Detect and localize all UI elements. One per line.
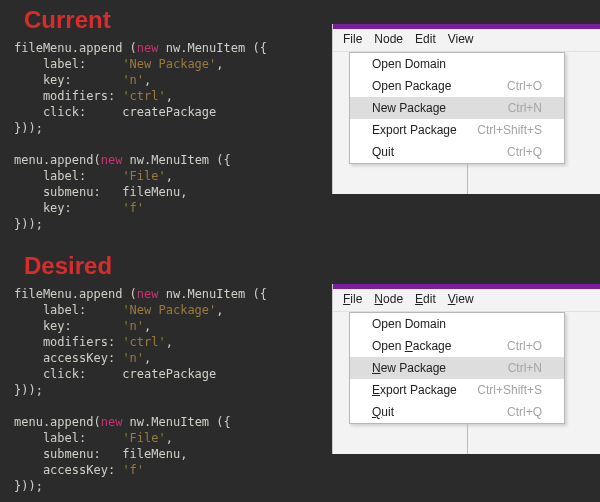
menu-item-export-package[interactable]: Export PackageCtrl+Shift+S (350, 119, 564, 141)
menubar: File Node Edit View (333, 29, 600, 52)
menu-item-quit[interactable]: QuitCtrl+Q (350, 401, 564, 423)
menu-item-new-package[interactable]: New PackageCtrl+N (350, 97, 564, 119)
ui-mock-current: File Node Edit View Open Domain Open Pac… (332, 24, 600, 194)
menu-edit[interactable]: Edit (415, 292, 436, 306)
menu-view[interactable]: View (448, 32, 474, 46)
heading-desired: Desired (0, 246, 332, 286)
menu-item-export-package[interactable]: Export PackageCtrl+Shift+S (350, 379, 564, 401)
menu-item-open-domain[interactable]: Open Domain (350, 313, 564, 335)
menu-edit[interactable]: Edit (415, 32, 436, 46)
stem-line (467, 424, 468, 454)
dropdown-file: Open Domain Open PackageCtrl+O New Packa… (349, 52, 565, 164)
menu-node[interactable]: Node (374, 32, 403, 46)
dropdown-file: Open Domain Open PackageCtrl+O New Packa… (349, 312, 565, 424)
code-desired-1: fileMenu.append (new nw.MenuItem ({ labe… (0, 286, 332, 500)
code-current-1: fileMenu.append (new nw.MenuItem ({ labe… (0, 40, 332, 238)
menu-view[interactable]: View (448, 292, 474, 306)
heading-current: Current (0, 0, 332, 40)
menu-node[interactable]: Node (374, 292, 403, 306)
menu-file[interactable]: File (343, 292, 362, 306)
menu-item-quit[interactable]: QuitCtrl+Q (350, 141, 564, 163)
menu-file[interactable]: File (343, 32, 362, 46)
menu-item-open-domain[interactable]: Open Domain (350, 53, 564, 75)
menu-item-new-package[interactable]: New PackageCtrl+N (350, 357, 564, 379)
menu-item-open-package[interactable]: Open PackageCtrl+O (350, 335, 564, 357)
ui-mock-desired: File Node Edit View Open Domain Open Pac… (332, 284, 600, 454)
menu-item-open-package[interactable]: Open PackageCtrl+O (350, 75, 564, 97)
stem-line (467, 164, 468, 194)
menubar: File Node Edit View (333, 289, 600, 312)
